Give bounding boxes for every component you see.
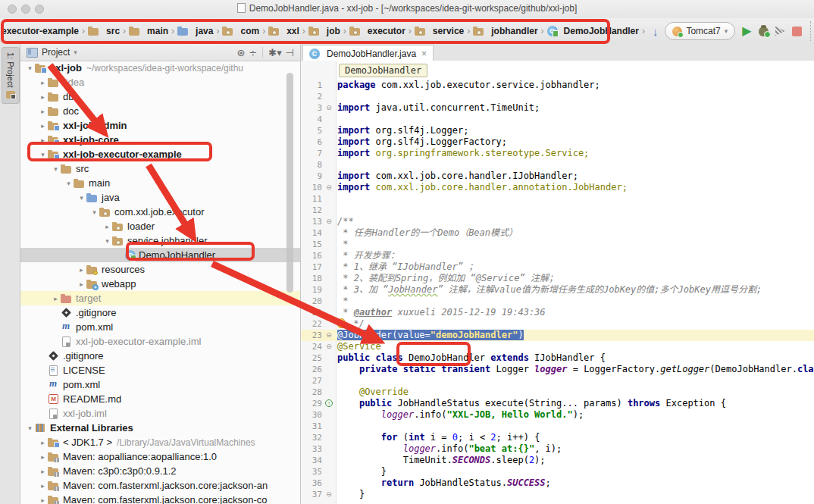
chevron-right-icon[interactable]: ▸: [77, 280, 86, 288]
tree-item-webapp[interactable]: ▸webapp: [20, 277, 300, 291]
tree-item-xxl-job-iml[interactable]: xxl-job.iml: [20, 406, 300, 421]
code-line-19[interactable]: 19 * 3、加 “JobHander” 注解，注解value值为新增任务生成的…: [301, 284, 814, 296]
close-tab-icon[interactable]: ×: [421, 49, 427, 59]
tree-item-service-jobhandler[interactable]: ▾service.jobhandler: [20, 233, 300, 248]
chevron-right-icon[interactable]: ▸: [38, 136, 48, 144]
fold-marker-icon[interactable]: ⊖: [322, 102, 336, 114]
code-line-23[interactable]: 23⊖@JobHander(value="demoJobHandler"): [301, 330, 814, 341]
tree-item-resources[interactable]: ▸resources: [20, 262, 300, 277]
tree-item-src[interactable]: ▾src: [20, 161, 300, 176]
code-line-18[interactable]: 18 * 2、装配到Spring，例如加 “@Service” 注解；: [301, 273, 814, 284]
tree-item-maven-com-fasterxml-jackson-core-jackson-an[interactable]: ▸Maven: com.fasterxml.jackson.core:jacks…: [20, 478, 300, 493]
chevron-right-icon[interactable]: ▸: [51, 295, 61, 302]
code-line-24[interactable]: 24⊖@Service: [301, 341, 814, 352]
chevron-down-icon[interactable]: ▾: [51, 165, 61, 173]
code-line-20[interactable]: 20 *: [301, 296, 814, 307]
tree-item-gitignore[interactable]: .gitignore: [20, 305, 300, 320]
breadcrumb-item-demojobhandler[interactable]: DemoJobHandler: [547, 26, 639, 36]
run-configuration-select[interactable]: Tomcat7 ▾: [665, 22, 735, 40]
code-line-34[interactable]: 34 TimeUnit.SECONDS.sleep(2);: [301, 455, 814, 466]
fold-marker-icon[interactable]: ⊖: [322, 341, 336, 352]
debug-button[interactable]: [759, 27, 769, 36]
tree-item-xxl-job-admin[interactable]: ▸xxl-job-admin: [20, 118, 300, 133]
code-line-5[interactable]: 5import org.slf4j.Logger;: [301, 125, 814, 136]
breadcrumb-item-jobhandler[interactable]: jobhandler: [473, 26, 537, 36]
code-line-25[interactable]: 25public class DemoJobHandler extends IJ…: [301, 352, 814, 364]
code-line-30[interactable]: 30 logger.info("XXL-JOB, Hello World.");: [301, 409, 814, 421]
override-method-icon[interactable]: ↑: [325, 399, 333, 407]
editor-body[interactable]: DemoJobHandler 1package com.xxl.job.exec…: [301, 61, 814, 504]
tree-item-demojobhandler[interactable]: DemoJobHandler: [20, 248, 300, 262]
chevron-right-icon[interactable]: ▸: [38, 439, 48, 446]
code-line-31[interactable]: 31: [301, 421, 814, 432]
tree-item-xxl-job-executor-example[interactable]: ▾xxl-job-executor-example: [20, 147, 300, 161]
code-line-8[interactable]: 8: [301, 159, 814, 171]
code-line-29[interactable]: 29↑ public JobHandleStatus execute(Strin…: [301, 398, 814, 409]
tree-item-idea[interactable]: ▸.idea: [20, 75, 300, 89]
tree-item-xxl-job-core[interactable]: ▸xxl-job-core: [20, 133, 300, 147]
settings-gear-icon[interactable]: ✱▾: [268, 48, 281, 58]
code-line-15[interactable]: 15 *: [301, 239, 814, 250]
chevron-right-icon[interactable]: ▸: [38, 453, 48, 461]
tree-item-pom-xml[interactable]: pom.xml: [20, 320, 300, 334]
code-line-10[interactable]: 10⊖import com.xxl.job.core.handler.annot…: [301, 182, 814, 193]
code-line-35[interactable]: 35 }: [301, 466, 814, 477]
code-line-12[interactable]: 12: [301, 205, 814, 216]
code-line-28[interactable]: 28 @Override: [301, 387, 814, 398]
tree-item-main[interactable]: ▾main: [20, 176, 300, 190]
hide-panel-icon[interactable]: ⊣: [286, 48, 294, 58]
run-button[interactable]: ▶: [742, 25, 751, 37]
fold-marker-icon[interactable]: ⊖: [322, 489, 336, 500]
code-line-9[interactable]: 9import com.xxl.job.core.handler.IJobHan…: [301, 171, 814, 182]
breadcrumb-item-java[interactable]: java: [177, 26, 213, 36]
code-line-33[interactable]: 33 logger.info("beat at:{}", i);: [301, 443, 814, 455]
code-line-17[interactable]: 17 * 1、继承 “IJobHandler” ；: [301, 261, 814, 273]
project-tool-window-button[interactable]: 1: Project: [2, 47, 20, 104]
tree-item-readme-md[interactable]: README.md: [20, 392, 300, 406]
tree-item-xxl-job-executor-example-iml[interactable]: xxl-job-executor-example.iml: [20, 334, 300, 349]
fold-marker-icon[interactable]: ⊖: [322, 330, 336, 341]
code-line-27[interactable]: 27: [301, 375, 814, 387]
code-line-36[interactable]: 36 return JobHandleStatus.SUCCESS;: [301, 477, 814, 489]
code-line-21[interactable]: 21 * @author xuxueli 2015-12-19 19:43:36: [301, 307, 814, 318]
chevron-right-icon[interactable]: ▸: [38, 79, 48, 86]
code-line-14[interactable]: 14 * 任务Handler的一个Demo（Bean模式）: [301, 227, 814, 239]
tree-item-gitignore[interactable]: .gitignore: [20, 349, 300, 363]
code-line-2[interactable]: 2: [301, 91, 814, 102]
chevron-right-icon[interactable]: ▸: [38, 108, 48, 115]
chevron-right-icon[interactable]: ▸: [38, 93, 48, 101]
tab-demojobhandler[interactable]: DemoJobHandler.java ×: [302, 45, 434, 61]
tree-item-com-xxl-job-executor[interactable]: ▾com.xxl.job.executor: [20, 205, 300, 219]
code-line-1[interactable]: 1package com.xxl.job.executor.service.jo…: [301, 80, 814, 91]
breadcrumb-item-xxl[interactable]: xxl: [268, 26, 299, 36]
scroll-down-icon[interactable]: ↓: [653, 26, 659, 37]
tree-item-maven-com-fasterxml-jackson-core-jackson-co[interactable]: ▸Maven: com.fasterxml.jackson.core:jacks…: [20, 493, 300, 504]
chevron-right-icon[interactable]: ▸: [38, 122, 48, 130]
chevron-right-icon[interactable]: ▸: [77, 266, 86, 274]
tree-item-db[interactable]: ▸db: [20, 89, 300, 104]
tree-item-external-libraries[interactable]: ▾External Libraries: [20, 421, 300, 435]
code-line-16[interactable]: 16 * 开发步骤：: [301, 250, 814, 261]
code-line-32[interactable]: 32 for (int i = 0; i < 2; i++) {: [301, 432, 814, 443]
tree-item-java[interactable]: ▾java: [20, 190, 300, 205]
tree-item-maven-aopalliance-aopalliance-1-0[interactable]: ▸Maven: aopalliance:aopalliance:1.0: [20, 449, 300, 464]
breadcrumb-item-job[interactable]: job: [308, 26, 340, 36]
breadcrumb-item-executor[interactable]: executor: [349, 26, 405, 36]
coverage-button[interactable]: [775, 27, 785, 36]
intention-bulb-icon[interactable]: [337, 318, 346, 328]
code-line-3[interactable]: 3⊖import java.util.concurrent.TimeUnit;: [301, 102, 814, 114]
tree-item-doc[interactable]: ▸doc: [20, 104, 300, 118]
code-line-13[interactable]: 13⊖/**: [301, 216, 814, 227]
code-line-11[interactable]: 11: [301, 193, 814, 205]
code-line-26[interactable]: 26 private static transient Logger logge…: [301, 364, 814, 375]
fold-marker-icon[interactable]: ⊖: [322, 182, 336, 193]
breadcrumb-item-service[interactable]: service: [415, 26, 464, 36]
chevron-right-icon[interactable]: ▸: [38, 482, 48, 490]
breadcrumb-item-src[interactable]: src: [88, 26, 120, 36]
tree-item-jdk1-7[interactable]: ▸< JDK1.7 >/Library/Java/JavaVirtualMach…: [20, 435, 300, 449]
tree-item-pom-xml[interactable]: pom.xml: [20, 377, 300, 392]
tree-item-loader[interactable]: ▸loader: [20, 219, 300, 233]
code-line-7[interactable]: 7import org.springframework.stereotype.S…: [301, 148, 814, 159]
chevron-right-icon[interactable]: ▸: [38, 496, 48, 504]
locate-icon[interactable]: ⊛: [236, 48, 245, 58]
